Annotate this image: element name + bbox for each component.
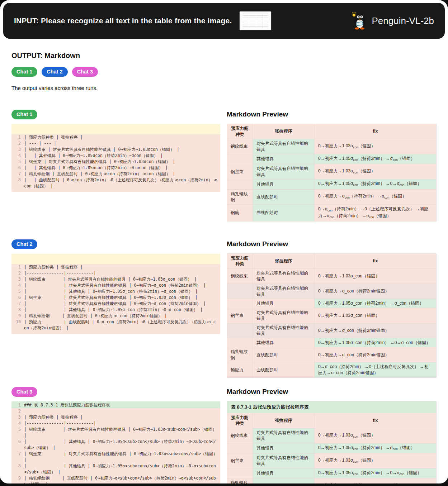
line-number [11, 254, 24, 264]
line-number: 6 [11, 439, 24, 451]
table-cell [227, 179, 253, 189]
code-line-text: | 预应力 | 曲线配筋时 | 0→σ_con（持荷2min）→0（上述程序可反… [24, 319, 220, 331]
table-cell: 钢丝束 [227, 164, 253, 179]
table-row: 精扎螺纹钢直线配筋时0→初应力→σ_con（持荷2min锚固） [227, 347, 437, 362]
subscript: con [400, 184, 405, 187]
table-row: 钢丝束对夹片式等具有自锚性能的锚具0→初应力→1.03σcon（锚固） [227, 164, 437, 179]
line-number [11, 125, 24, 134]
table-row: 其他锚具0→初应力→1.05σ_con（持荷2min） →0→σ_con（锚固） [227, 338, 437, 347]
table-cell: 对夹片式等具有自锚性能的锚具 [253, 164, 315, 179]
markdown-preview-table: 预应力筋种类张拉程序fix钢绞线束对夹片式等具有自锚性能的锚具0→初应力→1.0… [227, 124, 437, 221]
code-line-text: | --- | --- | [24, 140, 220, 147]
table-header-cell: fix [315, 253, 437, 268]
chat-chip[interactable]: Chat 1 [11, 67, 37, 77]
code-line-text: | | 其他锚具 | 0→初应力→1.05σ<sub>con</sub>（持荷2… [24, 463, 220, 475]
table-cell: 精扎螺纹钢 [227, 347, 253, 362]
table-cell [227, 468, 253, 478]
table-cell: 钢绞线束 [227, 268, 253, 284]
table-cell: 预应力 [227, 362, 253, 377]
table-cell: 0→初应力→1.03σcon（锚固） [315, 453, 437, 468]
line-number: 10 [11, 319, 24, 331]
table-title-bar: 表 8.7.3-1 后张法预应力筋张拉程序表 [227, 401, 437, 413]
line-number: 7 [11, 301, 24, 307]
table-cell: 钢筋 [227, 204, 253, 221]
table-row: 其他锚具0→初应力→1.05σcon（持荷2min） →0→σcon（锚固） [227, 468, 437, 478]
table-header-row: 预应力筋种类张拉程序fix [227, 413, 437, 428]
line-number: 3 [11, 276, 24, 282]
code-line-text: | 预应力筋种类 | 张拉程序 | [24, 414, 220, 420]
subscript: con [393, 158, 398, 162]
table-row: 其他锚具0→初应力→1.05σcon（持荷2min） →σcon（锚固） [227, 154, 437, 164]
line-number: 5 [11, 289, 24, 295]
table-cell: 0→初应力→1.05σcon（持荷2min） →σcon（锚固） [315, 443, 437, 453]
line-number: 5 [11, 427, 24, 439]
table-cell: 对夹片式等具有自锚性能的锚具 [253, 268, 315, 284]
output-title: OUTPUT: Markdown [11, 52, 437, 60]
code-line: 6| | 其他锚具 | 0→初应力→1.05σcon（持荷2min）→0→σco… [11, 165, 220, 171]
preview-table: 预应力筋种类张拉程序fix钢绞线束对夹片式等具有自锚性能的锚具0→初应力→1.0… [227, 124, 437, 221]
code-line-text: | | 对夹片式等具有自锚性能的锚具 | 0→初应力→σ_con（持荷2min锚… [24, 282, 220, 289]
table-cell: 0→初应力→1.03σcon（锚固） [315, 428, 437, 443]
preview-column: Markdown Preview 预应力筋种类张拉程序fix钢绞线束对夹片式等具… [227, 110, 437, 221]
code-line [11, 124, 220, 134]
code-line: 8| | 曲线配筋时 | 0→σcon（持荷2min）→0（上述程序可反复几次）… [11, 177, 220, 189]
table-row: 其他锚具0→初应力→1.05σ_con（持荷2min） →σ_con（锚固） [227, 299, 437, 308]
code-line: 5| 钢绞线束 | 对夹片式等具有自锚性能的锚具 | 0→初应力→1.03σ<s… [11, 427, 220, 439]
output-note: The output varies across three runs. [11, 85, 437, 91]
table-cell: 0→初应力→1.03σcon（锚固） [315, 139, 437, 154]
subscript: con [353, 435, 358, 438]
table-cell: 其他锚具 [253, 299, 315, 308]
code-block: 1| 预应力筋种类 | 张拉程序 |2| --- | --- |3| 钢绞线束 … [11, 124, 220, 192]
table-row: 对夹片式等具有自锚性能的锚具0→初应力→σ_con（持荷2min锚固） [227, 323, 437, 338]
input-header-bar: INPUT: Please recognize all text in the … [3, 3, 445, 39]
line-number: 6 [11, 295, 24, 301]
table-cell [227, 443, 253, 453]
preview-table: 预应力筋种类张拉程序fix钢绞线束对夹片式等具有自锚性能的锚具0→初应力→1.0… [227, 253, 437, 378]
table-cell: 其他锚具 [253, 338, 315, 347]
code-line-text: | | 对夹片式等具有自锚性能的锚具 | 0→初应力→σ_con（持荷2min锚… [24, 301, 220, 307]
line-number: 4 [11, 420, 24, 427]
subscript: con [329, 215, 334, 219]
table-header-cell: 预应力筋种类 [227, 413, 253, 428]
table-header-cell: 预应力筋种类 [227, 253, 253, 268]
line-number: 7 [11, 171, 24, 177]
table-cell: 钢绞线束 [227, 139, 253, 154]
table-cell: 0→初应力→1.05σ_con（持荷2min） →0→σ_con（锚固） [315, 338, 437, 347]
subscript: con [353, 171, 358, 175]
code-line-text [24, 254, 220, 264]
line-number: 3 [11, 414, 24, 420]
code-line-text: | 预应力筋种类 | 张拉程序 | [24, 264, 220, 270]
code-line: 10| 预应力 | 曲线配筋时 | 0→σ_con（持荷2min）→0（上述程序… [11, 319, 220, 331]
chat-chip[interactable]: Chat 2 [42, 67, 67, 77]
table-header-cell: 张拉程序 [253, 413, 315, 428]
chat-badge: Chat 1 [11, 110, 37, 119]
code-line-text: | 钢丝束 | 对夹片式等具有自锚性能的锚具 | 0→初应力→1.03σ<sub… [24, 451, 220, 463]
code-line: 8| | 其他锚具 | 0→初应力→1.05σ_con（持荷2min）→0→σ_… [11, 307, 220, 313]
code-line-text: | | 其他锚具 | 0→初应力→1.05σ_con（持荷2min）→σ_con… [24, 289, 220, 295]
code-block: 1### 表 8.7.3-1 后张法预应力筋张拉程序表23| 预应力筋种类 | … [11, 401, 220, 483]
subscript: con [369, 215, 374, 219]
chat-chip[interactable]: Chat 3 [72, 67, 98, 77]
code-line: 3| 钢绞线束 | 对夹片式等具有自锚性能的锚具 | 0→初应力→1.03σco… [11, 147, 220, 153]
code-line: 4| | 其他锚具 | 0→初应力→1.05σcon（持荷2min）→σcon（… [11, 153, 220, 159]
code-line: 6| 钢丝束 | 对夹片式等具有自锚性能的锚具 | 0→初应力→1.03σ_co… [11, 295, 220, 301]
input-table-image-thumbnail[interactable] [240, 11, 271, 30]
code-line: 1| 预应力筋种类 | 张拉程序 | [11, 264, 220, 270]
table-cell: 曲线配筋时 [253, 204, 315, 221]
table-header-cell: fix [315, 124, 437, 139]
table-header-row: 预应力筋种类张拉程序fix [227, 253, 437, 268]
table-cell: 0→初应力→σcon（持荷2min） →σcon（锚固） [315, 189, 437, 204]
penguin-logo-icon [351, 12, 368, 30]
subscript: con [353, 146, 358, 149]
model-identity: Penguin-VL-2b [351, 12, 434, 30]
subscript: con [385, 196, 390, 200]
line-number: 8 [11, 463, 24, 475]
chat-badge: Chat 2 [11, 239, 37, 249]
markdown-preview-table: 预应力筋种类张拉程序fix钢绞线束对夹片式等具有自锚性能的锚具0→初应力→1.0… [227, 413, 437, 483]
line-number: 9 [11, 313, 24, 319]
table-row: 预应力曲线配筋时0→σ_con（持荷2min） →0（上述程序可反复几次） →初… [227, 362, 437, 377]
code-line-text: | 钢丝束 | 对夹片式等具有自锚性能的锚具 | 0→初应力→1.03σcon（… [24, 159, 220, 165]
table-cell: 对夹片式等具有自锚性能的锚具 [253, 308, 315, 323]
table-cell: 直线配筋时 [253, 189, 315, 204]
table-cell: 其他锚具 [253, 179, 315, 189]
